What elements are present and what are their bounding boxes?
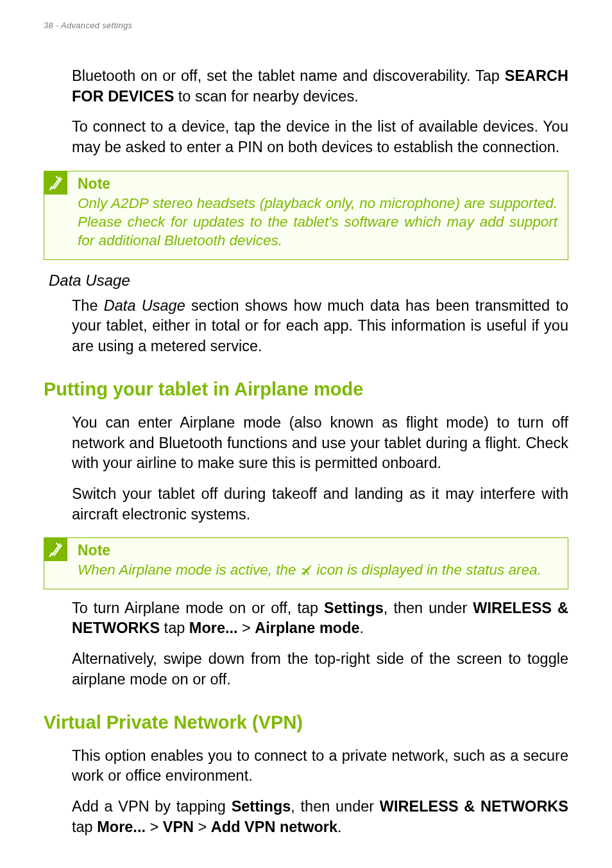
text: The: [72, 297, 104, 314]
heading-airplane-mode: Putting your tablet in Airplane mode: [44, 379, 568, 400]
note-text-after: icon is displayed in the status area.: [317, 560, 541, 579]
text: >: [238, 620, 255, 636]
bold-vpn: VPN: [163, 819, 194, 835]
note-icon: [44, 538, 67, 561]
bold-wireless-networks: WIRELESS & NETWORKS: [380, 798, 568, 815]
note-text: Only A2DP stereo headsets (playback only…: [78, 194, 557, 250]
paragraph-vpn-intro: This option enables you to connect to a …: [72, 746, 568, 786]
document-page: 38 - Advanced settings Bluetooth on or o…: [0, 0, 612, 868]
svg-line-4: [302, 566, 311, 575]
bold-more: More...: [189, 620, 238, 636]
text: , then under: [384, 600, 473, 616]
paragraph-data-usage: The Data Usage section shows how much da…: [72, 296, 568, 357]
note-title: Note: [78, 175, 557, 193]
note-box-airplane: Note When Airplane mode is active, the i…: [44, 537, 568, 589]
paragraph-airplane-warning: Switch your tablet off during takeoff an…: [72, 484, 568, 525]
paragraph-vpn-add: Add a VPN by tapping Settings, then unde…: [72, 797, 568, 837]
paragraph-airplane-settings: To turn Airplane mode on or off, tap Set…: [72, 598, 568, 639]
text: Add a VPN by tapping: [72, 798, 232, 815]
bold-airplane-mode: Airplane mode: [255, 620, 359, 636]
text: .: [337, 819, 342, 835]
airplane-icon: [300, 564, 313, 577]
paragraph-bluetooth-connect: To connect to a device, tap the device i…: [72, 117, 568, 157]
text: tap: [72, 819, 97, 835]
text: tap: [160, 620, 189, 636]
subheading-data-usage: Data Usage: [49, 272, 568, 290]
note-icon: [44, 171, 67, 195]
page-header: 38 - Advanced settings: [44, 21, 568, 30]
bold-settings: Settings: [324, 600, 384, 616]
bold-settings: Settings: [232, 798, 291, 815]
note-text-row: When Airplane mode is active, the icon i…: [78, 560, 557, 579]
note-box-a2dp: Note Only A2DP stereo headsets (playback…: [44, 171, 568, 260]
text: >: [194, 819, 211, 835]
bold-more: More...: [97, 819, 146, 835]
note-content: Note When Airplane mode is active, the i…: [67, 538, 568, 579]
text: Bluetooth on or off, set the tablet name…: [72, 67, 505, 84]
italic-data-usage: Data Usage: [104, 297, 185, 314]
bold-add-vpn-network: Add VPN network: [211, 819, 337, 835]
text: , then under: [291, 798, 379, 815]
note-text-before: When Airplane mode is active, the: [78, 560, 296, 579]
text: To turn Airplane mode on or off, tap: [72, 600, 324, 616]
text: .: [360, 620, 364, 636]
paragraph-bluetooth-scan: Bluetooth on or off, set the tablet name…: [72, 66, 568, 107]
note-title: Note: [78, 542, 557, 559]
text: >: [146, 819, 163, 835]
paragraph-airplane-swipe: Alternatively, swipe down from the top-r…: [72, 649, 568, 690]
text: to scan for nearby devices.: [174, 88, 358, 105]
heading-vpn: Virtual Private Network (VPN): [44, 712, 568, 733]
paragraph-airplane-intro: You can enter Airplane mode (also known …: [72, 413, 568, 474]
note-content: Note Only A2DP stereo headsets (playback…: [67, 171, 568, 250]
